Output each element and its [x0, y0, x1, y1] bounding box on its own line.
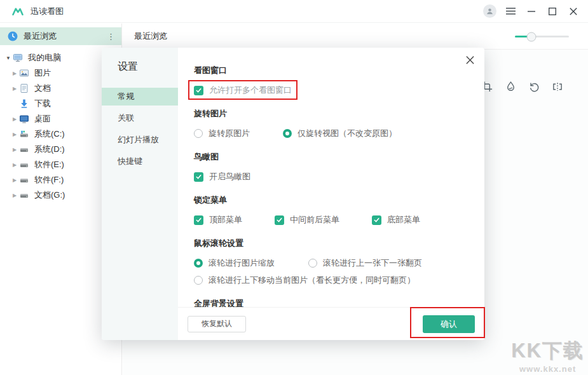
expand-arrow-icon[interactable]: ▶ [10, 71, 19, 76]
settings-tab-association[interactable]: 关联 [102, 109, 178, 127]
sidebar-item-label: 最近浏览 [24, 31, 57, 42]
app-window: 迅读看图 最 [0, 0, 588, 375]
collapse-arrow-icon[interactable]: ▼ [4, 55, 13, 61]
sidebar-item-recent[interactable]: 最近浏览 ⋮ [0, 27, 121, 45]
zoom-slider[interactable] [515, 36, 569, 38]
watermark: KK下载 www.kkx.net [511, 338, 584, 374]
settings-nav-panel: 设置 常规 关联 幻灯片播放 快捷键 [102, 48, 178, 340]
expand-arrow-icon[interactable]: ▶ [10, 162, 19, 168]
checkbox-checked-icon [194, 86, 203, 95]
tree-item-label: 图片 [34, 67, 51, 79]
radio-wheel-page[interactable]: 滚轮进行上一张下一张翻页 [308, 257, 422, 269]
expand-arrow-icon[interactable]: ▶ [10, 132, 19, 137]
download-icon [19, 99, 29, 109]
tree-item-label: 文档(G:) [34, 189, 65, 201]
section-title-fullscreen-bg: 全屏背景设置 [194, 298, 484, 307]
close-button[interactable] [564, 3, 583, 20]
checkbox-enable-birdview[interactable]: 开启鸟瞰图 [194, 171, 250, 182]
radio-wheel-move[interactable]: 滚轮进行上下移动当前图片（看长更方便，同时可翻页） [194, 275, 415, 286]
zoom-slider-thumb[interactable] [526, 32, 536, 41]
settings-tab-slideshow[interactable]: 幻灯片播放 [102, 131, 178, 149]
minimize-button[interactable] [522, 3, 541, 20]
computer-icon [13, 53, 23, 63]
drive-icon [19, 175, 29, 185]
tree-item-label: 系统(C:) [34, 128, 65, 140]
tree-item-label: 软件(F:) [34, 174, 64, 186]
watermark-text: KK下载 [511, 338, 584, 364]
droplet-icon [505, 81, 517, 93]
radio-unchecked-icon [308, 259, 317, 268]
system-drive-icon [19, 129, 29, 139]
section-title-birdview: 鸟瞰图 [194, 151, 484, 163]
image-toolbar [479, 78, 566, 95]
expand-arrow-icon[interactable]: ▶ [10, 193, 19, 198]
dialog-footer: 恢复默认 确认 [178, 307, 484, 340]
expand-arrow-icon[interactable]: ▶ [10, 177, 19, 183]
section-title-wheel: 鼠标滚轮设置 [194, 238, 484, 249]
dialog-title: 设置 [102, 48, 178, 74]
close-icon [570, 8, 577, 15]
section-title-view-window: 看图窗口 [194, 65, 484, 76]
restore-defaults-button[interactable]: 恢复默认 [188, 316, 246, 332]
confirm-button[interactable]: 确认 [423, 315, 475, 333]
pictures-icon [19, 68, 29, 78]
breadcrumb: 最近浏览 [134, 31, 167, 42]
tree-item-label: 我的电脑 [28, 52, 61, 64]
app-logo-icon [11, 5, 24, 18]
settings-content: 看图窗口 允许打开多个看图窗口 旋转图片 旋转原图片 仅旋转视图（不改变原图） … [178, 48, 484, 307]
checkbox-checked-icon [194, 215, 203, 225]
expand-arrow-icon[interactable]: ▶ [10, 147, 19, 153]
watermark-url: www.kkx.net [511, 364, 584, 374]
settings-dialog: 设置 常规 关联 幻灯片播放 快捷键 看图窗口 允许打开多个看图窗口 旋转图片 [102, 48, 484, 340]
account-button[interactable] [480, 3, 499, 20]
tree-item-label: 下载 [34, 98, 51, 109]
color-adjust-button[interactable] [502, 78, 519, 95]
radio-rotate-view-only[interactable]: 仅旋转视图（不改变原图） [283, 128, 397, 139]
tree-item-label: 系统(D:) [34, 144, 65, 155]
app-title: 迅读看图 [31, 6, 64, 17]
document-icon [19, 83, 29, 93]
maximize-icon [549, 8, 556, 15]
settings-tab-shortcuts[interactable]: 快捷键 [102, 153, 178, 170]
tree-item-label: 软件(E:) [34, 159, 64, 170]
checkbox-checked-icon [372, 215, 381, 225]
checkbox-checked-icon [275, 215, 284, 225]
minimize-icon [528, 11, 535, 12]
tree-item-label: 文档 [34, 83, 51, 94]
radio-unchecked-icon [194, 276, 203, 285]
radio-unchecked-icon [194, 129, 203, 138]
checkbox-top-menu[interactable]: 顶部菜单 [194, 214, 275, 226]
drive-icon [19, 190, 29, 200]
avatar-icon [483, 4, 496, 18]
maximize-button[interactable] [543, 3, 562, 20]
hamburger-icon [506, 8, 516, 15]
drive-icon [19, 144, 29, 154]
checkbox-bottom-menu[interactable]: 底部菜单 [372, 214, 420, 226]
section-title-lock-menu: 锁定菜单 [194, 194, 484, 206]
drive-icon [19, 160, 29, 170]
tree-item-label: 桌面 [34, 113, 51, 125]
expand-arrow-icon[interactable]: ▶ [10, 86, 19, 92]
settings-tab-general[interactable]: 常规 [102, 88, 178, 106]
desktop-icon [19, 114, 29, 124]
section-title-rotate: 旋转图片 [194, 108, 484, 119]
checkbox-checked-icon [194, 172, 203, 182]
checkbox-middle-menu[interactable]: 中间前后菜单 [275, 214, 372, 226]
rotate-button[interactable] [526, 78, 542, 95]
flip-button[interactable] [549, 78, 566, 95]
radio-rotate-original[interactable]: 旋转原图片 [194, 128, 283, 139]
flip-horizontal-icon [551, 81, 564, 93]
checkbox-allow-multiple-windows[interactable]: 允许打开多个看图窗口 [194, 85, 292, 96]
clock-icon [8, 31, 18, 41]
rotate-ccw-icon [528, 81, 540, 93]
menu-button[interactable] [501, 3, 520, 20]
radio-wheel-zoom[interactable]: 滚轮进行图片缩放 [194, 257, 308, 269]
titlebar: 迅读看图 [0, 0, 588, 23]
radio-checked-icon [194, 259, 203, 268]
expand-arrow-icon[interactable]: ▶ [10, 116, 19, 122]
more-options-icon[interactable]: ⋮ [107, 32, 115, 41]
main-header: 最近浏览 [123, 24, 588, 50]
radio-checked-icon [283, 129, 292, 138]
